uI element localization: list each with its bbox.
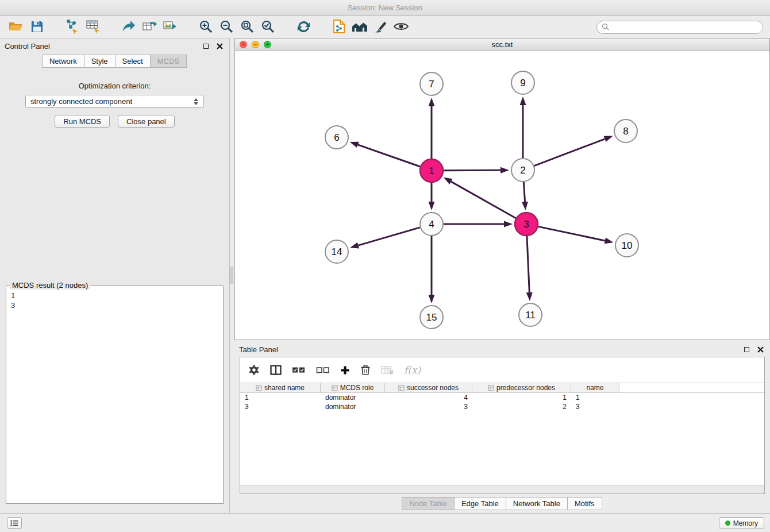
zoom-selected-button[interactable] [257, 18, 278, 37]
graph-edge-3-11[interactable] [527, 236, 529, 292]
cell-mcds-role[interactable]: dominator [321, 393, 385, 402]
graph-edge-1-6[interactable] [358, 145, 420, 167]
export-network-button[interactable] [118, 18, 139, 37]
control-panel-header: Control Panel [0, 38, 229, 53]
tab-edge-table[interactable]: Edge Table [454, 497, 506, 510]
export-table-button[interactable] [139, 18, 160, 37]
column-header-shared-name[interactable]: shared name [240, 383, 321, 392]
column-header-name[interactable]: name [571, 383, 619, 392]
graph-edge-arrowhead [429, 295, 435, 303]
quick-search[interactable] [596, 21, 763, 34]
home-overview-button[interactable] [349, 18, 370, 37]
graph-node-8[interactable]: 8 [614, 119, 637, 142]
column-header-successor-nodes[interactable]: successor nodes [385, 383, 472, 392]
zoom-in-button[interactable] [195, 18, 216, 37]
memory-label: Memory [733, 519, 758, 527]
table-settings-button[interactable] [248, 364, 260, 376]
network-canvas[interactable]: 7968124310141511 [235, 51, 769, 340]
graph-edge-3-1[interactable] [451, 182, 516, 218]
close-panel-button[interactable] [214, 41, 225, 51]
graph-edge-2-8[interactable] [534, 139, 605, 166]
import-table-button[interactable] [83, 18, 103, 37]
tab-network[interactable]: Network [42, 55, 84, 68]
run-mcds-button[interactable]: Run MCDS [55, 115, 110, 128]
graph-node-3[interactable]: 3 [515, 213, 538, 236]
export-image-button[interactable] [160, 18, 180, 37]
float-panel-button[interactable] [201, 41, 211, 51]
tab-network-table[interactable]: Network Table [506, 497, 568, 510]
network-window-titlebar[interactable]: scc.txt [235, 38, 769, 51]
memory-button[interactable]: Memory [719, 517, 764, 529]
open-session-button[interactable] [6, 18, 26, 37]
graph-edge-arrowhead [605, 238, 614, 244]
graph-edge-2-3[interactable] [523, 182, 525, 202]
tab-mcds[interactable]: MCDS [150, 55, 187, 68]
table-row[interactable]: 1 dominator 4 1 1 [240, 393, 764, 402]
cell-name[interactable]: 3 [571, 402, 619, 411]
show-hide-details-button[interactable] [391, 18, 411, 37]
style-brush-button[interactable] [370, 18, 391, 37]
graph-edge-1-2[interactable] [444, 170, 500, 171]
graph-node-15[interactable]: 15 [420, 306, 443, 329]
open-folder-icon [9, 20, 24, 34]
cell-shared-name[interactable]: 3 [240, 402, 321, 411]
network-document-button[interactable] [329, 18, 349, 37]
column-header-predecessor-nodes[interactable]: predecessor nodes [472, 383, 571, 392]
cell-successor-nodes[interactable]: 4 [385, 393, 472, 402]
table-panel-title: Table Panel [239, 345, 738, 354]
select-all-icon [292, 366, 306, 374]
import-network-button[interactable] [62, 18, 83, 37]
close-panel-pushbutton[interactable]: Close panel [118, 115, 175, 128]
graph-node-4[interactable]: 4 [420, 213, 443, 236]
graph-node-11[interactable]: 11 [519, 303, 542, 326]
zoom-fit-button[interactable] [237, 18, 257, 37]
graph-edge-4-14[interactable] [358, 228, 419, 245]
graph-node-2[interactable]: 2 [511, 159, 534, 182]
zoom-window-icon[interactable] [264, 41, 271, 48]
tab-style[interactable]: Style [84, 55, 116, 68]
mcds-result-line: 3 [11, 300, 218, 310]
column-header-mcds-role[interactable]: MCDS role [321, 383, 385, 392]
graph-node-9[interactable]: 9 [511, 71, 534, 94]
search-input[interactable] [611, 24, 763, 32]
split-panel-button[interactable] [270, 365, 282, 375]
graph-node-14[interactable]: 14 [325, 240, 348, 263]
float-table-panel-button[interactable] [741, 344, 752, 354]
tab-node-table[interactable]: Node Table [402, 497, 455, 510]
zoom-fit-icon [240, 19, 255, 36]
network-graph[interactable]: 7968124310141511 [235, 51, 769, 340]
graph-node-6[interactable]: 6 [325, 126, 348, 149]
panel-splitter[interactable] [230, 38, 234, 513]
mcds-result-line: 1 [11, 291, 218, 300]
graph-node-10[interactable]: 10 [615, 234, 638, 257]
add-column-button[interactable] [340, 365, 350, 375]
tab-motifs[interactable]: Motifs [567, 497, 602, 510]
minimize-window-icon[interactable] [252, 41, 259, 48]
table-row[interactable]: 3 dominator 3 2 3 [240, 402, 764, 411]
refresh-view-button[interactable] [293, 18, 314, 37]
graph-node-1[interactable]: 1 [420, 159, 443, 182]
cell-mcds-role[interactable]: dominator [321, 402, 385, 411]
zoom-out-icon [219, 19, 234, 36]
graph-edge-3-10[interactable] [538, 226, 605, 241]
table-hscrollbar[interactable] [240, 485, 764, 494]
deselect-all-button[interactable] [316, 366, 330, 374]
cell-predecessor-nodes[interactable]: 2 [472, 402, 571, 411]
cell-name[interactable]: 1 [571, 393, 619, 402]
close-table-panel-button[interactable] [755, 344, 765, 354]
task-history-button[interactable] [7, 517, 22, 529]
graph-edge-arrowhead [350, 142, 359, 148]
graph-node-7[interactable]: 7 [420, 72, 443, 95]
zoom-out-button[interactable] [216, 18, 237, 37]
tab-select[interactable]: Select [115, 55, 151, 68]
cell-predecessor-nodes[interactable]: 1 [472, 393, 571, 402]
delete-column-button[interactable] [360, 364, 371, 376]
save-session-button[interactable] [26, 18, 47, 37]
cell-shared-name[interactable]: 1 [240, 393, 321, 402]
select-all-button[interactable] [292, 366, 306, 374]
mcds-result-content[interactable]: 1 3 [6, 286, 223, 315]
graph-edge-arrowhead [520, 97, 526, 105]
cell-successor-nodes[interactable]: 3 [385, 402, 472, 411]
close-window-icon[interactable] [240, 41, 247, 48]
criterion-select[interactable]: strongly connected component [25, 95, 204, 108]
